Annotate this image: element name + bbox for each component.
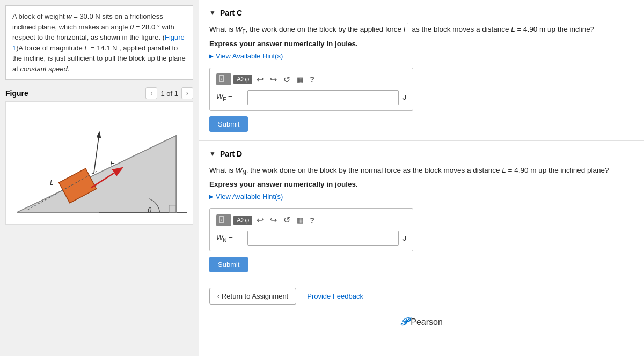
part-c-format-icon[interactable]: √ — [216, 73, 231, 85]
part-c-redo-btn[interactable]: ↪ — [268, 73, 279, 86]
provide-feedback-link[interactable]: Provide Feedback — [307, 292, 363, 300]
part-d-refresh-btn[interactable]: ↺ — [281, 214, 292, 226]
part-d-answer-box: √ ΑΣφ ↩ ↪ ↺ ▦ ? WN = J — [209, 208, 413, 251]
part-c-question: What is WF, the work done on the block b… — [209, 24, 633, 36]
part-c-toolbar: √ ΑΣφ ↩ ↪ ↺ ▦ ? — [216, 73, 406, 86]
figure-diagram: F L θ — [5, 101, 193, 225]
part-c-input-row: WF = J — [216, 90, 406, 105]
part-d-arrow: ▼ — [209, 150, 216, 158]
part-c-keyboard-btn[interactable]: ▦ — [295, 75, 305, 85]
svg-text:F: F — [110, 159, 115, 167]
part-d-symbol-btn[interactable]: ΑΣφ — [233, 216, 252, 225]
part-c-unit: J — [403, 93, 407, 101]
pearson-logo-icon: 𝒫 — [400, 316, 407, 328]
svg-text:√: √ — [220, 77, 222, 81]
part-c-hint-link[interactable]: ▶ View Available Hint(s) — [209, 52, 633, 60]
part-d-input-row: WN = J — [216, 231, 406, 246]
figure-link[interactable]: Figure 1 — [12, 33, 185, 52]
part-c-symbol-btn[interactable]: ΑΣφ — [233, 75, 252, 84]
problem-description: A block of weight w = 30.0 N sits on a f… — [5, 5, 193, 80]
part-d-express: Express your answer numerically in joule… — [209, 180, 633, 188]
part-c-input[interactable] — [247, 90, 399, 105]
part-d-input[interactable] — [247, 231, 399, 246]
part-d-redo-btn[interactable]: ↪ — [268, 214, 279, 226]
part-c-express: Express your answer numerically in joule… — [209, 40, 633, 48]
part-d-var-label: WN = — [216, 234, 243, 243]
right-panel: ▼ Part C What is WF, the work done on th… — [199, 0, 644, 356]
part-d-submit-button[interactable]: Submit — [209, 257, 248, 272]
part-c-answer-box: √ ΑΣφ ↩ ↪ ↺ ▦ ? WF = J — [209, 68, 413, 111]
part-c-submit-button[interactable]: Submit — [209, 116, 248, 132]
part-d-format-icon[interactable]: √ — [216, 214, 231, 226]
part-c-var-label: WF = — [216, 93, 243, 102]
part-c-label: Part C — [220, 9, 242, 17]
part-d-keyboard-btn[interactable]: ▦ — [295, 215, 305, 225]
part-d-section: ▼ Part D What is WN, the work done on th… — [199, 141, 644, 282]
part-c-arrow: ▼ — [209, 9, 216, 17]
part-c-undo-btn[interactable]: ↩ — [254, 73, 266, 86]
part-d-header[interactable]: ▼ Part D — [209, 150, 633, 158]
part-d-help-btn[interactable]: ? — [308, 215, 317, 226]
figure-prev-button[interactable]: ‹ — [145, 87, 157, 99]
bottom-bar: ‹ Return to Assignment Provide Feedback — [199, 281, 644, 311]
part-c-section: ▼ Part C What is WF, the work done on th… — [199, 0, 644, 141]
figure-title: Figure — [5, 89, 28, 98]
part-d-unit: J — [403, 234, 407, 242]
return-assignment-button[interactable]: ‹ Return to Assignment — [209, 288, 296, 305]
figure-nav-count: 1 of 1 — [160, 90, 178, 98]
svg-text:√: √ — [220, 218, 222, 222]
part-d-label: Part D — [220, 150, 242, 158]
pearson-footer: 𝒫 Pearson — [199, 311, 644, 332]
part-c-refresh-btn[interactable]: ↺ — [281, 73, 292, 86]
svg-text:L: L — [50, 179, 54, 187]
figure-next-button[interactable]: › — [181, 87, 193, 99]
part-d-question: What is WN, the work done on the block b… — [209, 165, 633, 177]
pearson-brand-label: Pearson — [411, 317, 443, 327]
part-c-header[interactable]: ▼ Part C — [209, 9, 633, 17]
part-c-help-btn[interactable]: ? — [308, 74, 317, 85]
part-d-toolbar: √ ΑΣφ ↩ ↪ ↺ ▦ ? — [216, 214, 406, 226]
part-d-undo-btn[interactable]: ↩ — [254, 214, 266, 226]
part-d-hint-link[interactable]: ▶ View Available Hint(s) — [209, 192, 633, 201]
